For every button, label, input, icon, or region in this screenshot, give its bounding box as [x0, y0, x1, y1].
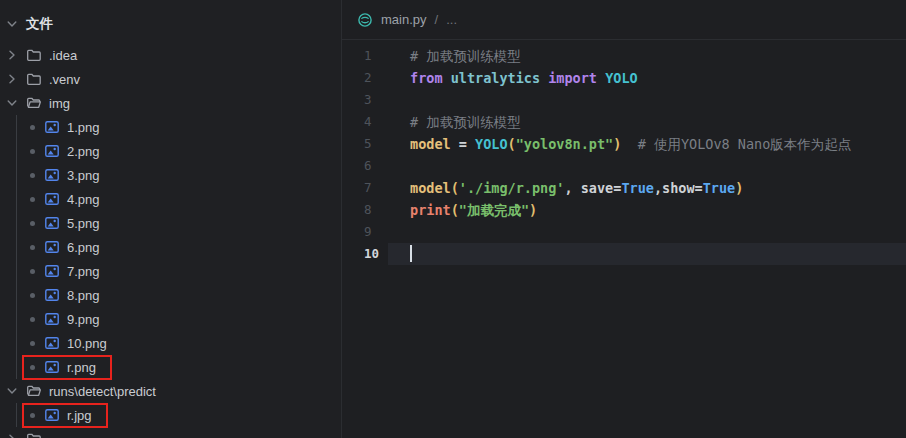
python-file-icon — [357, 12, 373, 28]
annotation-rectangle: r.jpg — [22, 403, 108, 428]
tree-item-10-png[interactable]: 10.png — [0, 331, 341, 355]
line-number: 10 — [342, 243, 388, 265]
bullet-dot-icon — [30, 365, 35, 370]
image-file-icon — [44, 311, 60, 327]
breadcrumb-separator: / — [435, 12, 439, 27]
code-line-5[interactable]: 5model = YOLO("yolov8n.pt") # 使用YOLOv8 N… — [342, 133, 906, 155]
image-file-icon — [44, 407, 60, 423]
bullet-dot-icon — [30, 293, 35, 298]
code-line-9[interactable]: 9 — [342, 221, 906, 243]
image-file-icon — [44, 215, 60, 231]
bullet-dot-icon — [30, 317, 35, 322]
item-label: .venv — [49, 72, 80, 87]
file-tree: .idea.venvimg1.png2.png3.png4.png5.png6.… — [0, 43, 341, 438]
item-label: 2.png — [67, 144, 100, 159]
image-file-icon — [44, 359, 60, 375]
line-number: 7 — [342, 177, 388, 199]
ide-window: 文件 .idea.venvimg1.png2.png3.png4.png5.pn… — [0, 0, 906, 438]
item-label: .idea — [49, 48, 77, 63]
item-label: 1.png — [67, 120, 100, 135]
tree-item-1-png[interactable]: 1.png — [0, 115, 341, 139]
tree-item-runs-detect-predict[interactable]: runs\detect\predict — [0, 379, 341, 403]
line-content: model('./img/r.png', save=True,show=True… — [388, 177, 906, 199]
bullet-dot-icon — [30, 221, 35, 226]
file-explorer-panel: 文件 .idea.venvimg1.png2.png3.png4.png5.pn… — [0, 0, 342, 438]
editor-panel: main.py / ... 1# 加载预训练模型2from ultralytic… — [342, 0, 906, 438]
item-label: r.png — [67, 360, 96, 375]
code-line-3[interactable]: 3 — [342, 89, 906, 111]
tree-item-r-jpg[interactable]: r.jpg — [0, 403, 341, 427]
chevron-down-icon[interactable] — [4, 16, 20, 32]
item-label: 9.png — [67, 312, 100, 327]
line-content — [388, 155, 906, 177]
annotation-rectangle: r.png — [22, 355, 112, 380]
image-file-icon — [44, 239, 60, 255]
bullet-dot-icon — [30, 341, 35, 346]
code-line-10[interactable]: 10 — [342, 243, 906, 265]
image-file-icon — [44, 263, 60, 279]
item-label: 5.png — [67, 216, 100, 231]
image-file-icon — [44, 143, 60, 159]
folder-icon — [26, 431, 42, 438]
tree-item-6-png[interactable]: 6.png — [0, 235, 341, 259]
code-line-7[interactable]: 7model('./img/r.png', save=True,show=Tru… — [342, 177, 906, 199]
text-cursor — [410, 245, 412, 262]
tree-item-2-png[interactable]: 2.png — [0, 139, 341, 163]
code-line-4[interactable]: 4# 加载预训练模型 — [342, 111, 906, 133]
line-content — [388, 221, 906, 243]
breadcrumb-file[interactable]: main.py — [381, 12, 427, 27]
tree-item-5-png[interactable]: 5.png — [0, 211, 341, 235]
explorer-header[interactable]: 文件 — [0, 12, 341, 36]
tree-item-img[interactable]: img — [0, 91, 341, 115]
tree-item-r-png[interactable]: r.png — [0, 355, 341, 379]
chevron-right-icon[interactable] — [4, 431, 20, 438]
code-line-2[interactable]: 2from ultralytics import YOLO — [342, 67, 906, 89]
explorer-title: 文件 — [26, 15, 53, 33]
line-number: 6 — [342, 155, 388, 177]
chevron-down-icon[interactable] — [4, 95, 20, 111]
chevron-right-icon[interactable] — [4, 71, 20, 87]
chevron-down-icon[interactable] — [4, 383, 20, 399]
breadcrumb-more[interactable]: ... — [446, 12, 457, 27]
line-number: 1 — [342, 45, 388, 67]
folder-icon — [26, 95, 42, 111]
line-number: 2 — [342, 67, 388, 89]
tree-item-folder[interactable] — [0, 427, 341, 438]
folder-icon — [26, 383, 42, 399]
bullet-dot-icon — [30, 269, 35, 274]
tree-item-8-png[interactable]: 8.png — [0, 283, 341, 307]
item-label: runs\detect\predict — [49, 384, 156, 399]
bullet-dot-icon — [30, 125, 35, 130]
line-number: 8 — [342, 199, 388, 221]
tree-item-venv[interactable]: .venv — [0, 67, 341, 91]
item-label: r.jpg — [67, 408, 92, 423]
line-content — [388, 89, 906, 111]
chevron-right-icon[interactable] — [4, 47, 20, 63]
item-label: img — [49, 96, 70, 111]
line-content — [388, 243, 906, 265]
tree-item-7-png[interactable]: 7.png — [0, 259, 341, 283]
bullet-dot-icon — [30, 173, 35, 178]
bullet-dot-icon — [30, 413, 35, 418]
item-label: 10.png — [67, 336, 107, 351]
line-content: from ultralytics import YOLO — [388, 67, 906, 89]
code-line-8[interactable]: 8print("加载完成") — [342, 199, 906, 221]
code-line-1[interactable]: 1# 加载预训练模型 — [342, 45, 906, 67]
line-content: print("加载完成") — [388, 199, 906, 221]
tree-item-9-png[interactable]: 9.png — [0, 307, 341, 331]
line-number: 3 — [342, 89, 388, 111]
line-content: # 加载预训练模型 — [388, 45, 906, 67]
tree-item-4-png[interactable]: 4.png — [0, 187, 341, 211]
line-number: 9 — [342, 221, 388, 243]
bullet-dot-icon — [30, 149, 35, 154]
image-file-icon — [44, 119, 60, 135]
code-line-6[interactable]: 6 — [342, 155, 906, 177]
line-number: 4 — [342, 111, 388, 133]
item-label: 4.png — [67, 192, 100, 207]
breadcrumb: main.py / ... — [342, 0, 906, 40]
code-area[interactable]: 1# 加载预训练模型2from ultralytics import YOLO3… — [342, 40, 906, 438]
tree-item-3-png[interactable]: 3.png — [0, 163, 341, 187]
bullet-dot-icon — [30, 245, 35, 250]
tree-item-idea[interactable]: .idea — [0, 43, 341, 67]
line-content: model = YOLO("yolov8n.pt") # 使用YOLOv8 Na… — [388, 133, 906, 155]
